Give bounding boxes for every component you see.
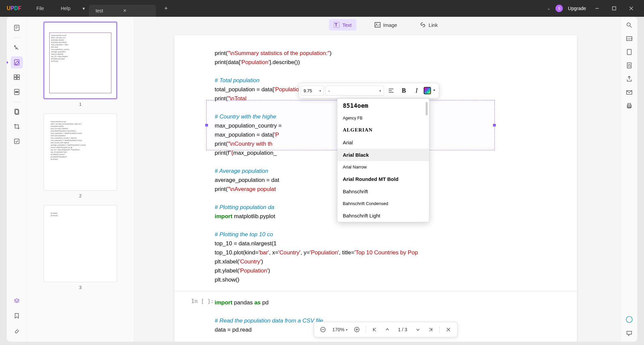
bookmark-icon[interactable] bbox=[11, 310, 23, 322]
crop-icon[interactable] bbox=[11, 120, 23, 133]
page-thumbnail-2[interactable]: import pandas as pddata = pd.read_csv('p… bbox=[44, 113, 117, 191]
text-format-toolbar: 9.75▾ -▾ B I bbox=[299, 83, 439, 98]
prev-page-icon[interactable] bbox=[382, 324, 393, 335]
layers-icon[interactable] bbox=[11, 295, 23, 307]
titlebar: UPDF File Help ▾ test × + ⌄ S Upgrade bbox=[0, 0, 644, 17]
link-icon bbox=[420, 22, 426, 28]
dropdown-tabs-icon[interactable]: ▾ bbox=[79, 6, 89, 11]
font-option[interactable]: Bahnschrift Light bbox=[337, 209, 429, 222]
svg-rect-27 bbox=[627, 63, 631, 68]
main-container: import pandas as pddata = pd.read_csvpri… bbox=[7, 17, 637, 342]
svg-text:T: T bbox=[335, 22, 338, 28]
tab-title: test bbox=[96, 8, 103, 13]
attachment-icon[interactable] bbox=[11, 325, 23, 337]
next-page-icon[interactable] bbox=[413, 324, 423, 335]
edit-mode-bar: T Text Image Link bbox=[329, 19, 443, 31]
organize-pages-icon[interactable] bbox=[11, 71, 23, 83]
thumbnail-label-2: 2 bbox=[44, 193, 117, 198]
svg-point-34 bbox=[626, 316, 632, 323]
italic-button[interactable]: I bbox=[411, 85, 422, 96]
font-option[interactable]: Bahnschrift bbox=[337, 185, 429, 198]
page-thumbnail-1[interactable]: import pandas as pddata = pd.read_csvpri… bbox=[44, 22, 117, 99]
font-dropdown: 8514oem Agency FB ALGERIAN Arial Arial B… bbox=[337, 98, 429, 222]
svg-point-22 bbox=[627, 23, 630, 26]
font-family-input[interactable]: -▾ bbox=[325, 86, 384, 96]
ai-icon[interactable] bbox=[626, 316, 633, 323]
text-icon: T bbox=[334, 22, 340, 28]
svg-rect-4 bbox=[14, 25, 19, 31]
font-size-input[interactable]: 9.75▾ bbox=[301, 86, 324, 96]
image-mode-button[interactable]: Image bbox=[370, 19, 402, 31]
font-option[interactable]: Arial bbox=[337, 136, 429, 149]
bold-button[interactable]: B bbox=[398, 85, 410, 96]
close-nav-icon[interactable] bbox=[443, 324, 454, 335]
close-tab-icon[interactable]: × bbox=[123, 8, 126, 14]
font-option[interactable]: Arial Rounded MT Bold bbox=[337, 173, 429, 185]
left-toolbar bbox=[7, 17, 27, 342]
edit-mode-icon[interactable] bbox=[11, 56, 23, 68]
font-option[interactable]: Bahnschrift Condensed bbox=[337, 198, 429, 209]
scrollbar[interactable] bbox=[426, 102, 428, 115]
app-logo: UPDF bbox=[0, 5, 28, 11]
svg-rect-10 bbox=[17, 75, 19, 77]
menu-help[interactable]: Help bbox=[52, 0, 79, 17]
new-tab-icon[interactable]: + bbox=[161, 5, 171, 12]
zoom-in-icon[interactable] bbox=[352, 324, 362, 335]
ocr-icon[interactable]: OCR bbox=[626, 35, 633, 42]
chevron-down-icon: ▾ bbox=[346, 328, 347, 332]
fill-sign-icon[interactable] bbox=[11, 135, 23, 147]
comment-panel-icon[interactable] bbox=[626, 330, 633, 337]
font-option[interactable]: 8514oem bbox=[337, 99, 429, 112]
email-icon[interactable] bbox=[626, 89, 633, 96]
font-option[interactable]: ALGERIAN bbox=[337, 124, 429, 136]
font-option[interactable]: Agency FB bbox=[337, 112, 429, 124]
svg-line-23 bbox=[630, 26, 632, 28]
svg-rect-11 bbox=[14, 78, 16, 80]
text-mode-button[interactable]: T Text bbox=[329, 19, 357, 31]
share-icon[interactable] bbox=[626, 76, 633, 82]
chevron-down-icon[interactable]: ⌄ bbox=[547, 6, 550, 11]
first-page-icon[interactable] bbox=[369, 324, 380, 335]
align-button[interactable] bbox=[385, 85, 397, 96]
reader-mode-icon[interactable] bbox=[11, 22, 23, 34]
maximize-icon[interactable] bbox=[608, 2, 620, 14]
minimize-icon[interactable] bbox=[591, 2, 603, 14]
last-page-icon[interactable] bbox=[425, 324, 436, 335]
zoom-out-icon[interactable] bbox=[318, 324, 328, 335]
comment-mode-icon[interactable] bbox=[11, 42, 23, 54]
page-indicator[interactable]: 1 / 3 bbox=[395, 327, 411, 332]
svg-point-21 bbox=[376, 24, 377, 25]
upgrade-button[interactable]: Upgrade bbox=[568, 6, 586, 11]
svg-rect-26 bbox=[627, 49, 631, 55]
page-thumbnail-3[interactable]: plt.xlabelplt.show() bbox=[44, 205, 117, 282]
svg-rect-1 bbox=[612, 7, 616, 10]
page-display-icon[interactable] bbox=[626, 49, 633, 55]
zoom-dropdown[interactable]: 170%▾ bbox=[330, 327, 350, 332]
svg-rect-9 bbox=[14, 75, 16, 77]
svg-text:OCR: OCR bbox=[627, 38, 633, 40]
thumbnail-label-3: 3 bbox=[44, 285, 117, 290]
right-toolbar: OCR bbox=[621, 17, 637, 342]
font-option[interactable]: Arial Black bbox=[337, 149, 429, 161]
svg-rect-12 bbox=[17, 78, 19, 80]
close-window-icon[interactable] bbox=[625, 2, 637, 14]
text-color-button[interactable] bbox=[424, 87, 431, 94]
menu-file[interactable]: File bbox=[28, 0, 53, 17]
thumbnail-label-1: 1 bbox=[44, 102, 117, 107]
user-avatar[interactable]: S bbox=[555, 5, 563, 12]
svg-rect-28 bbox=[628, 65, 630, 67]
svg-rect-17 bbox=[14, 139, 19, 144]
font-option[interactable]: Arial Narrow bbox=[337, 161, 429, 173]
chevron-down-icon: ▾ bbox=[379, 89, 381, 93]
image-icon bbox=[374, 22, 380, 28]
print-icon[interactable] bbox=[626, 102, 633, 109]
document-tab[interactable]: test × bbox=[89, 5, 156, 17]
chevron-down-icon: ▾ bbox=[319, 89, 321, 93]
link-mode-button[interactable]: Link bbox=[415, 19, 443, 31]
in-prompt: In [ ]: bbox=[191, 298, 214, 304]
thumbnail-panel: import pandas as pddata = pd.read_csvpri… bbox=[27, 17, 134, 342]
search-icon[interactable] bbox=[626, 22, 633, 29]
redact-mode-icon[interactable] bbox=[11, 86, 23, 98]
tools-icon[interactable] bbox=[11, 106, 23, 118]
protect-icon[interactable] bbox=[626, 62, 633, 69]
